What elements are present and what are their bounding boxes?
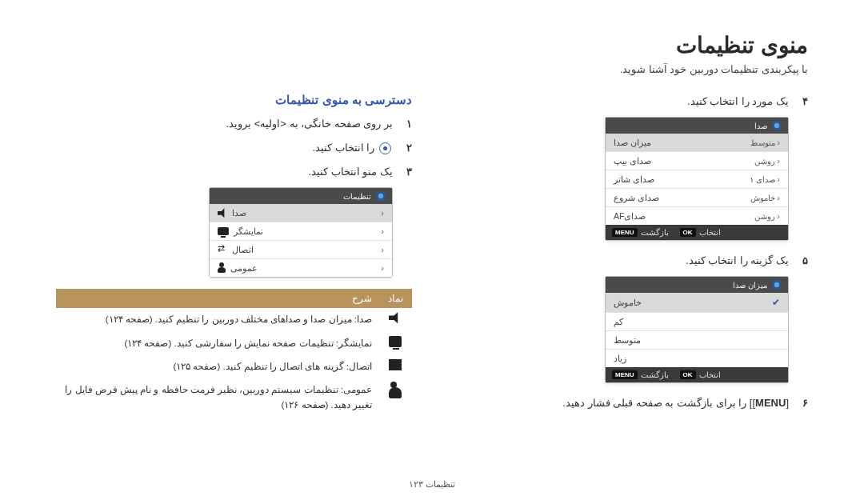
sound-item-af[interactable]: ‹ روشن صدایAF [606,207,788,225]
menu-item-general[interactable]: ‹ عمومی [210,259,392,277]
chevron-left-icon: ‹ [381,245,384,254]
menu-item-label: عمومی [230,263,258,273]
option-label: کم [614,317,623,326]
step-number: ۱ [401,115,412,133]
check-icon: ✔ [772,297,780,308]
ok-key-icon: OK [680,228,696,237]
right-column: دسترسی به منوی تنظیمات ۱ بر روی صفحه خان… [56,93,412,418]
option-label: خاموش [614,298,642,307]
chevron-left-icon: ‹ [381,226,384,236]
table-desc: نمایشگر: تنظیمات صفحه نمایش را سفارشی کن… [56,332,378,355]
step-text: یک مورد را انتخاب کنید. [452,93,789,110]
step-number: ۶ [797,394,808,412]
select-label: انتخاب [699,370,721,379]
step-text: را انتخاب کنید. [56,139,393,157]
step-number: ۳ [401,163,412,181]
display-icon [389,336,402,347]
volume-options-box: میزان صدا ✔ خاموش کم متوسط [605,276,789,383]
connection-icon [218,245,227,254]
sound-item-volume[interactable]: ‹ متوسط میزان صدا [606,134,788,152]
menu-key-icon: MENU [612,370,638,379]
select-button[interactable]: OK انتخاب [680,228,721,237]
chevron-left-icon: ‹ [381,208,384,218]
page-subtitle: با پیکربندی تنظیمات دوربین خود آشنا شوید… [56,63,808,75]
gear-icon [772,280,782,290]
sound-settings-box: صدا ‹ متوسط میزان صدا ‹ روشن صدای بیپ ‹ … [605,117,789,241]
item-label: میزان صدا [614,138,651,147]
table-row: صدا: میزان صدا و صداهای مختلف دوربین را … [56,308,412,331]
menu-header: تنظیمات [210,188,392,204]
item-label: صدای بیپ [614,156,651,166]
volume-option-medium[interactable]: متوسط [606,331,788,350]
menu-item-label: صدا [232,208,246,218]
item-label: صدای شروع [614,193,659,202]
menu-item-display[interactable]: ‹ نمایشگر [210,222,392,241]
table-head-icon: نماد [378,289,412,308]
section-title: دسترسی به منوی تنظیمات [56,93,412,107]
settings-circle-icon [379,142,391,154]
back-label: بازگشت [641,370,669,379]
step-text-after: ] را برای بازگشت به صفحه قبلی فشار دهید. [562,397,752,409]
step-number: ۴ [797,93,808,110]
step-text: [MENU]] را برای بازگشت به صفحه قبلی فشار… [452,394,789,412]
table-row: اتصال: گزینه های اتصال را تنظیم کنید. (ص… [56,355,412,378]
step-text: بر روی صفحه خانگی، به <اولیه> بروید. [56,115,393,133]
menu-item-connection[interactable]: ‹ اتصال [210,241,392,259]
menu-footer: MENU بازگشت OK انتخاب [606,367,788,382]
connection-icon [389,359,402,370]
item-value: متوسط [750,138,775,147]
item-value: روشن [754,212,775,221]
chevron-left-icon: ‹ [381,263,384,273]
person-icon [389,387,402,398]
back-button[interactable]: MENU بازگشت [612,228,669,237]
page-footer: تنظیمات ۱۲۳ [0,479,864,490]
step-number: ۲ [401,139,412,157]
table-head-desc: شرح [56,289,378,308]
sound-item-shutter[interactable]: ‹ صدای ۱ صدای شاتر [606,170,788,189]
item-label: صدایAF [614,211,646,221]
page-title: منوی تنظیمات [56,32,808,58]
back-button[interactable]: MENU بازگشت [612,370,669,379]
step-text: یک منو انتخاب کنید. [56,163,393,181]
menu-key-icon: MENU [612,228,638,237]
speaker-icon [218,208,227,218]
menu-footer: MENU بازگشت OK انتخاب [606,225,788,240]
menu-item-label: اتصال [232,245,254,254]
menu-header-title: صدا [754,122,767,130]
option-label: متوسط [614,335,641,345]
gear-icon [772,121,782,130]
step-6: ۶ [MENU]] را برای بازگشت به صفحه قبلی فش… [452,394,808,412]
speaker-icon [389,312,402,323]
item-label: صدای شاتر [614,174,654,184]
select-label: انتخاب [699,228,721,237]
volume-option-off[interactable]: ✔ خاموش [606,293,788,313]
menu-header: صدا [606,118,788,134]
sound-item-startup[interactable]: ‹ خاموش صدای شروع [606,189,788,207]
menu-header-title: میزان صدا [733,281,767,290]
ok-key-icon: OK [680,370,696,379]
option-label: زیاد [614,354,626,363]
step-4: ۴ یک مورد را انتخاب کنید. [452,93,808,110]
table-desc: عمومی: تنظیمات سیستم دوربین، نظیر فرمت ح… [56,378,378,416]
menu-item-sound[interactable]: ‹ صدا [210,204,392,222]
menu-item-label: نمایشگر [234,226,263,236]
step-2: ۲ را انتخاب کنید. [56,139,412,157]
item-value: روشن [754,157,775,166]
settings-menu-box: تنظیمات ‹ صدا ‹ نمایشگر ‹ اتصال [209,187,393,278]
description-table: نماد شرح صدا: میزان صدا و صداهای مختلف د… [56,289,412,416]
person-icon [218,267,226,273]
table-row: عمومی: تنظیمات سیستم دوربین، نظیر فرمت ح… [56,378,412,416]
item-value: صدای ۱ [750,175,775,184]
table-row: نمایشگر: تنظیمات صفحه نمایش را سفارشی کن… [56,332,412,355]
table-desc: اتصال: گزینه های اتصال را تنظیم کنید. (ص… [56,355,378,378]
sound-item-beep[interactable]: ‹ روشن صدای بیپ [606,152,788,170]
left-column: ۴ یک مورد را انتخاب کنید. صدا ‹ متوسط می… [452,93,808,418]
step-5: ۵ یک گزینه را انتخاب کنید. [452,252,808,270]
select-button[interactable]: OK انتخاب [680,370,721,379]
volume-option-low[interactable]: کم [606,313,788,331]
back-label: بازگشت [641,228,669,237]
menu-header: میزان صدا [606,277,788,293]
volume-option-high[interactable]: زیاد [606,350,788,367]
step-1: ۱ بر روی صفحه خانگی، به <اولیه> بروید. [56,115,412,133]
item-value: خاموش [750,194,775,202]
